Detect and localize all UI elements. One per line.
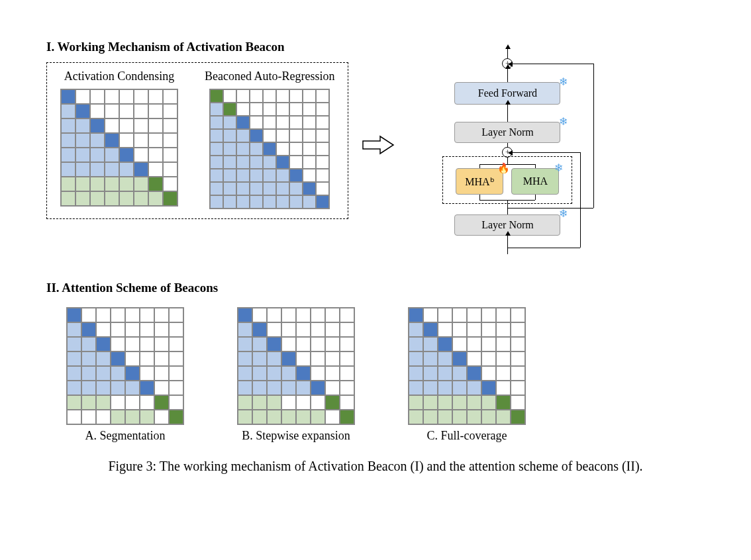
matrix-cell [119,191,134,206]
scheme-c-label: C. Full-coverage [427,429,507,443]
matrix-cell [438,366,452,381]
matrix-cell [252,395,267,410]
matrix-cell [90,177,105,191]
matrix-cell [61,148,75,162]
matrix-cell [467,410,481,424]
matrix-cell [134,89,148,104]
matrix-cell [496,366,511,381]
matrix-cell [263,103,276,116]
matrix-cell [296,381,311,395]
matrix-cell [423,322,438,337]
matrix-cell [75,162,90,177]
matrix-cell [325,366,340,381]
matrix-cell [438,395,452,410]
scheme-a-block: A. Segmentation [66,307,184,443]
matrix-cell [311,308,325,322]
matrix-cell [511,381,525,395]
matrix-cell [409,410,423,424]
activation-condensing-block: Activation Condensing [60,70,178,209]
matrix-cell [67,410,81,424]
matrix-cell [119,104,134,118]
matrix-cell [75,133,90,148]
matrix-cell [452,337,467,351]
matrix-cell [340,366,354,381]
matrix-cell [423,366,438,381]
matrix-cell [238,381,252,395]
matrix-cell [325,322,340,337]
bar-label: Beaconed Auto-Regression [205,70,334,83]
matrix-cell [223,89,236,103]
matrix-cell [148,162,163,177]
svg-marker-0 [363,136,393,154]
matrix-cell [125,366,140,381]
matrix-cell [276,116,289,129]
matrix-cell [154,381,169,395]
matrix-cell [238,366,252,381]
matrix-cell [163,133,177,148]
matrix-cell [210,156,223,169]
matrix-cell [289,103,303,116]
matrix-activation-condensing [60,89,178,207]
matrix-cell [236,103,250,116]
matrix-cell [316,195,329,209]
matrix-cell [111,410,125,424]
matrix-cell [438,322,452,337]
matrix-cell [210,142,223,156]
matrix-cell [119,133,134,148]
matrix-cell [276,169,289,182]
matrix-cell [303,156,316,169]
matrix-cell [289,156,303,169]
matrix-cell [423,395,438,410]
matrix-cell [311,351,325,366]
matrix-cell [289,116,303,129]
matrix-cell [340,308,354,322]
matrix-cell [252,322,267,337]
matrix-cell [81,337,96,351]
matrix-cell [252,351,267,366]
matrix-cell [496,351,511,366]
matrix-cell [140,322,154,337]
flow-arrow-icon [362,135,395,155]
matrix-cell [423,351,438,366]
matrix-cell [340,381,354,395]
matrix-cell [210,169,223,182]
matrix-cell [296,395,311,410]
matrix-cell [75,89,90,104]
matrix-cell [81,381,96,395]
matrix-cell [481,308,496,322]
matrix-cell [496,381,511,395]
matrix-cell [125,308,140,322]
matrix-cell [238,322,252,337]
matrix-cell [210,195,223,209]
matrix-cell [148,133,163,148]
matrix-cell [134,162,148,177]
matrix-cell [140,410,154,424]
matrix-cell [96,366,111,381]
matrix-cell [125,337,140,351]
matrix-cell [316,156,329,169]
matrix-cell [276,142,289,156]
matrix-cell [289,129,303,142]
matrix-cell [210,129,223,142]
matrix-cell [303,129,316,142]
matrix-cell [125,410,140,424]
matrix-cell [119,177,134,191]
matrix-cell [467,337,481,351]
matrix-cell [296,337,311,351]
matrix-cell [296,366,311,381]
matrix-cell [75,104,90,118]
matrix-cell [105,89,119,104]
matrix-cell [250,156,263,169]
matrix-cell [163,162,177,177]
matrix-cell [81,410,96,424]
matrix-cell [140,308,154,322]
matrix-cell [263,182,276,195]
matrix-cell [252,410,267,424]
matrix-cell [263,195,276,209]
matrix-cell [250,169,263,182]
matrix-cell [236,169,250,182]
matrix-cell [210,116,223,129]
matrix-cell [281,351,296,366]
matrix-cell [281,337,296,351]
matrix-cell [169,395,183,410]
